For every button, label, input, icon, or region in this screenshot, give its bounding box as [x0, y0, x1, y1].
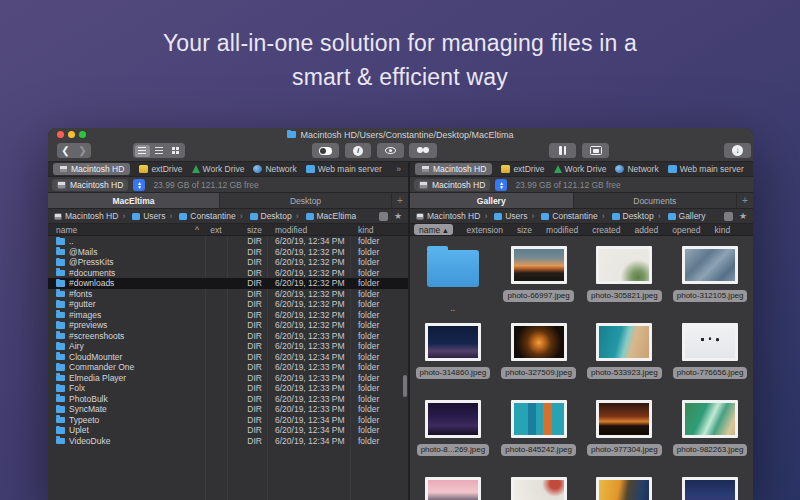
- folder-tab[interactable]: Documents: [574, 193, 738, 208]
- left-scrollbar-thumb[interactable]: [403, 375, 407, 397]
- column-header-ext[interactable]: ext: [205, 225, 227, 235]
- network-share-button[interactable]: [582, 143, 609, 158]
- folder-tab[interactable]: Gallery: [410, 193, 574, 208]
- drive-tab[interactable]: Network: [615, 164, 658, 174]
- breadcrumb-item[interactable]: › Macintosh HD: [416, 211, 480, 221]
- right-favorite-icon[interactable]: ★: [739, 211, 747, 221]
- column-header-created[interactable]: created: [592, 225, 620, 235]
- search-button[interactable]: [409, 143, 437, 158]
- forward-button[interactable]: ❯: [74, 143, 91, 158]
- list-view-button[interactable]: [135, 145, 151, 157]
- file-row[interactable]: .. DIR 6/20/19, 12:34 PM folder: [48, 236, 408, 247]
- left-drive-stepper[interactable]: ▲▼: [133, 179, 145, 191]
- left-drive-select[interactable]: Macintosh HD: [52, 179, 128, 191]
- photo-item[interactable]: photo-977304.jpeg: [582, 396, 668, 473]
- right-drive-select[interactable]: Macintosh HD: [414, 179, 490, 191]
- file-row[interactable]: #downloads DIR 6/20/19, 12:32 PM folder: [48, 278, 408, 289]
- drive-tabs-overflow-button[interactable]: »: [396, 164, 403, 174]
- downloads-button[interactable]: ↓: [724, 143, 751, 158]
- photo-item[interactable]: photo-327509.jpeg: [496, 319, 582, 396]
- breadcrumb-item[interactable]: › Users: [118, 211, 165, 221]
- drive-tab[interactable]: Work Drive: [554, 164, 607, 174]
- breadcrumb-item[interactable]: › Constantine: [165, 211, 235, 221]
- file-row[interactable]: VideoDuke DIR 6/20/19, 12:34 PM folder: [48, 436, 408, 447]
- drive-tab[interactable]: Work Drive: [192, 164, 245, 174]
- column-header-kind[interactable]: kind: [350, 225, 408, 235]
- file-row[interactable]: #previews DIR 6/20/19, 12:32 PM folder: [48, 320, 408, 331]
- column-header-modified[interactable]: modified: [267, 225, 350, 235]
- breadcrumb-item[interactable]: › Constantine: [527, 211, 597, 221]
- left-new-tab-button[interactable]: +: [392, 193, 408, 208]
- breadcrumb-item[interactable]: › Desktop: [598, 211, 654, 221]
- photo-item[interactable]: [496, 473, 582, 500]
- drive-tab[interactable]: Web main server: [306, 164, 382, 174]
- left-pane-options-button[interactable]: [379, 212, 388, 221]
- breadcrumb-item[interactable]: › Desktop: [236, 211, 292, 221]
- column-header-size[interactable]: size: [517, 225, 532, 235]
- right-drive-stepper[interactable]: ▲▼: [495, 179, 507, 191]
- breadcrumb-item[interactable]: › Macintosh HD: [54, 211, 118, 221]
- file-row[interactable]: SyncMate DIR 6/20/19, 12:33 PM folder: [48, 404, 408, 415]
- grid-view-button[interactable]: [168, 145, 184, 157]
- drive-tab[interactable]: Web main server: [668, 164, 744, 174]
- photo-item[interactable]: photo-776656.jpeg: [667, 319, 753, 396]
- file-row[interactable]: Airy DIR 6/20/19, 12:33 PM folder: [48, 341, 408, 352]
- toggle-hidden-files-button[interactable]: [312, 143, 339, 158]
- left-favorite-icon[interactable]: ★: [394, 211, 402, 221]
- photo-item[interactable]: [410, 473, 496, 500]
- breadcrumb-item[interactable]: › MacEltima: [292, 211, 357, 221]
- column-header-size[interactable]: size: [227, 225, 267, 235]
- photo-item[interactable]: [582, 473, 668, 500]
- file-row[interactable]: PhotoBulk DIR 6/20/19, 12:33 PM folder: [48, 394, 408, 405]
- folder-tab[interactable]: Desktop: [220, 193, 392, 208]
- file-row[interactable]: #screenshoots DIR 6/20/19, 12:33 PM fold…: [48, 331, 408, 342]
- pause-button[interactable]: [549, 143, 576, 158]
- file-row[interactable]: Commander One DIR 6/20/19, 12:33 PM fold…: [48, 362, 408, 373]
- photo-item[interactable]: photo-533923.jpeg: [582, 319, 668, 396]
- column-header-name[interactable]: name^: [48, 225, 205, 235]
- photo-item[interactable]: photo-982263.jpeg: [667, 396, 753, 473]
- parent-folder-item[interactable]: ..: [410, 242, 496, 319]
- photo-item[interactable]: photo-66997.jpeg: [496, 242, 582, 319]
- column-header-name[interactable]: name▴: [414, 224, 453, 235]
- drive-tab[interactable]: Macintosh HD: [415, 163, 492, 175]
- breadcrumb-item[interactable]: › Users: [480, 211, 527, 221]
- column-header-added[interactable]: added: [635, 225, 659, 235]
- photo-item[interactable]: photo-312105.jpeg: [667, 242, 753, 319]
- drive-tab[interactable]: Macintosh HD: [53, 163, 130, 175]
- preview-button[interactable]: [377, 143, 404, 158]
- column-header-opened[interactable]: opened: [672, 225, 700, 235]
- minimize-button[interactable]: [68, 131, 75, 138]
- drive-tab[interactable]: extDrive: [139, 164, 182, 174]
- drive-tab[interactable]: Network: [253, 164, 296, 174]
- drive-tab[interactable]: extDrive: [501, 164, 544, 174]
- right-pane-options-button[interactable]: [724, 212, 733, 221]
- file-row[interactable]: #gutter DIR 6/20/19, 12:32 PM folder: [48, 299, 408, 310]
- file-row[interactable]: #fonts DIR 6/20/19, 12:32 PM folder: [48, 289, 408, 300]
- folder-tab[interactable]: MacEltima: [48, 193, 220, 208]
- file-row[interactable]: @Mails DIR 6/20/19, 12:32 PM folder: [48, 247, 408, 258]
- info-button[interactable]: i: [345, 143, 371, 158]
- back-button[interactable]: ❮: [57, 143, 74, 158]
- file-row[interactable]: #documents DIR 6/20/19, 12:32 PM folder: [48, 268, 408, 279]
- file-row[interactable]: @PressKits DIR 6/20/19, 12:32 PM folder: [48, 257, 408, 268]
- file-row[interactable]: Uplet DIR 6/20/19, 12:34 PM folder: [48, 425, 408, 436]
- close-button[interactable]: [57, 131, 64, 138]
- breadcrumb-item[interactable]: › Gallery: [654, 211, 706, 221]
- right-new-tab-button[interactable]: +: [737, 193, 753, 208]
- file-row[interactable]: #images DIR 6/20/19, 12:32 PM folder: [48, 310, 408, 321]
- detail-view-button[interactable]: [151, 145, 167, 157]
- photo-item[interactable]: photo-8...269.jpeg: [410, 396, 496, 473]
- column-header-modified[interactable]: modified: [546, 225, 578, 235]
- file-row[interactable]: CloudMounter DIR 6/20/19, 12:34 PM folde…: [48, 352, 408, 363]
- file-row[interactable]: Folx DIR 6/20/19, 12:33 PM folder: [48, 383, 408, 394]
- zoom-button[interactable]: [79, 131, 86, 138]
- photo-item[interactable]: photo-845242.jpeg: [496, 396, 582, 473]
- file-row[interactable]: Elmedia Player DIR 6/20/19, 12:33 PM fol…: [48, 373, 408, 384]
- photo-item[interactable]: photo-314860.jpeg: [410, 319, 496, 396]
- column-header-kind[interactable]: kind: [715, 225, 731, 235]
- photo-item[interactable]: photo-305821.jpeg: [582, 242, 668, 319]
- photo-item[interactable]: [667, 473, 753, 500]
- column-header-extension[interactable]: extension: [467, 225, 503, 235]
- file-row[interactable]: Typeeto DIR 6/20/19, 12:34 PM folder: [48, 415, 408, 426]
